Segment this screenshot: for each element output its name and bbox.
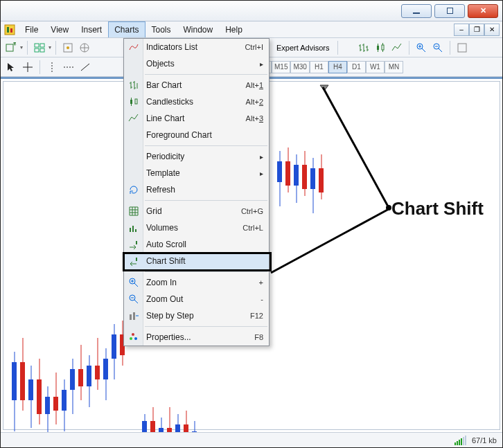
window-maximize-button[interactable] bbox=[434, 4, 465, 18]
menu-item-label: Auto Scroll bbox=[146, 240, 186, 249]
menu-help[interactable]: Help bbox=[219, 21, 249, 37]
menu-charts[interactable]: Charts bbox=[108, 21, 145, 37]
menu-item-refresh[interactable]: Refresh bbox=[124, 181, 269, 198]
timeframe-m15[interactable]: M15 bbox=[272, 61, 290, 73]
submenu-arrow-icon: ▸ bbox=[260, 170, 263, 177]
app-window: ✕ FileViewInsertChartsToolsWindowHelp – … bbox=[0, 0, 503, 448]
window-close-button[interactable]: ✕ bbox=[468, 4, 498, 18]
chartshift-icon bbox=[127, 254, 141, 268]
menu-item-shortcut: + bbox=[259, 278, 263, 287]
menu-item-line-chart[interactable]: Line ChartAlt+3 bbox=[124, 110, 269, 127]
menu-item-candlesticks[interactable]: CandlesticksAlt+2 bbox=[124, 93, 269, 110]
zoomout-icon bbox=[127, 292, 141, 306]
menu-item-step-by-step[interactable]: Step by StepF12 bbox=[124, 307, 269, 324]
candle bbox=[285, 147, 290, 192]
trendline-button[interactable] bbox=[78, 60, 93, 75]
menu-item-label: Template bbox=[146, 168, 180, 178]
svg-rect-7 bbox=[35, 48, 39, 52]
mdi-controls: – ❐ ✕ bbox=[454, 21, 502, 37]
menu-item-objects[interactable]: Objects▸ bbox=[124, 55, 269, 72]
new-chart-button[interactable]: + bbox=[3, 40, 19, 55]
bar-chart-button[interactable] bbox=[356, 40, 371, 55]
menu-item-shortcut: F8 bbox=[254, 333, 263, 341]
zoom-in-button[interactable] bbox=[414, 40, 429, 55]
cursor-button[interactable] bbox=[3, 60, 19, 75]
candle bbox=[319, 154, 324, 199]
candle bbox=[78, 345, 83, 400]
menu-item-volumes[interactable]: VolumesCtrl+L bbox=[124, 219, 269, 236]
profiles-button[interactable] bbox=[32, 40, 47, 55]
autoscroll-icon bbox=[127, 238, 141, 251]
svg-rect-5 bbox=[35, 44, 39, 47]
mdi-minimize-button[interactable]: – bbox=[454, 24, 469, 36]
hline-button[interactable] bbox=[61, 60, 76, 75]
candle bbox=[167, 407, 172, 432]
svg-rect-22 bbox=[135, 99, 137, 104]
vline-button[interactable] bbox=[44, 60, 60, 75]
menu-item-shortcut: Alt+3 bbox=[246, 114, 263, 123]
menu-item-foreground-chart[interactable]: Foreground Chart bbox=[124, 127, 269, 143]
mdi-close-button[interactable]: ✕ bbox=[484, 24, 500, 36]
window-minimize-button[interactable] bbox=[401, 4, 432, 18]
submenu-arrow-icon: ▸ bbox=[260, 153, 263, 161]
menu-item-zoom-in[interactable]: Zoom In+ bbox=[124, 274, 269, 291]
zoom-out-button[interactable] bbox=[430, 40, 445, 55]
svg-rect-23 bbox=[130, 228, 131, 232]
menu-item-auto-scroll[interactable]: Auto Scroll bbox=[124, 236, 269, 253]
market-watch-button[interactable] bbox=[60, 40, 76, 55]
line-chart-button[interactable] bbox=[389, 40, 405, 55]
menu-item-label: Chart Shift bbox=[146, 256, 186, 266]
menu-item-zoom-out[interactable]: Zoom Out- bbox=[124, 291, 269, 307]
menu-tools[interactable]: Tools bbox=[145, 21, 177, 37]
menu-file[interactable]: File bbox=[19, 21, 44, 37]
bar-icon bbox=[127, 78, 141, 92]
candle bbox=[53, 373, 58, 424]
menu-item-label: Objects bbox=[146, 59, 175, 69]
menu-window[interactable]: Window bbox=[177, 21, 220, 37]
status-kb: 67/1 kb bbox=[472, 436, 497, 445]
timeframe-m30[interactable]: M30 bbox=[290, 61, 309, 73]
menu-item-template[interactable]: Template▸ bbox=[124, 165, 269, 181]
chart-shift-marker[interactable] bbox=[319, 82, 329, 94]
timeframe-mn[interactable]: MN bbox=[385, 61, 403, 73]
svg-rect-2 bbox=[10, 28, 12, 33]
menu-item-label: Refresh bbox=[146, 185, 175, 195]
menu-item-label: Zoom Out bbox=[146, 294, 183, 304]
candle-chart-button[interactable] bbox=[373, 40, 388, 55]
menu-item-grid[interactable]: GridCtrl+G bbox=[124, 203, 269, 219]
more-button[interactable] bbox=[455, 40, 470, 55]
menu-item-shortcut: - bbox=[261, 295, 263, 303]
timeframe-h1[interactable]: H1 bbox=[310, 61, 328, 73]
candle bbox=[62, 379, 67, 431]
navigator-button[interactable] bbox=[77, 40, 92, 55]
menu-item-shortcut: F12 bbox=[250, 312, 263, 320]
menu-item-periodicity[interactable]: Periodicity▸ bbox=[124, 148, 269, 165]
candle bbox=[302, 151, 307, 196]
statusbar: 67/1 kb bbox=[1, 432, 502, 447]
step-icon bbox=[127, 309, 141, 323]
mdi-restore-button[interactable]: ❐ bbox=[469, 24, 484, 36]
titlebar: ✕ bbox=[1, 1, 502, 21]
submenu-arrow-icon: ▸ bbox=[260, 60, 263, 68]
svg-point-10 bbox=[67, 46, 69, 49]
menu-item-indicators-list[interactable]: Indicators ListCtrl+I bbox=[124, 39, 269, 55]
svg-rect-30 bbox=[130, 314, 132, 320]
connection-bars-icon bbox=[455, 436, 466, 445]
crosshair-button[interactable] bbox=[20, 60, 35, 75]
candle bbox=[310, 158, 315, 213]
candle bbox=[112, 324, 116, 379]
menu-item-properties[interactable]: Properties...F8 bbox=[124, 329, 269, 346]
timeframe-w1[interactable]: W1 bbox=[366, 61, 385, 73]
refresh-icon bbox=[127, 183, 141, 197]
menu-item-bar-chart[interactable]: Bar ChartAlt+1 bbox=[124, 77, 269, 93]
timeframe-h4[interactable]: H4 bbox=[328, 61, 347, 73]
menu-item-chart-shift[interactable]: Chart Shift bbox=[124, 253, 269, 269]
candle-icon bbox=[127, 95, 141, 109]
menu-insert[interactable]: Insert bbox=[75, 21, 108, 37]
candle bbox=[142, 414, 147, 432]
menu-view[interactable]: View bbox=[44, 21, 75, 37]
candle bbox=[192, 421, 197, 432]
menu-item-shortcut: Alt+2 bbox=[246, 98, 263, 106]
timeframe-d1[interactable]: D1 bbox=[347, 61, 366, 73]
expert-advisors-button[interactable]: Expert Advisors bbox=[272, 44, 333, 52]
